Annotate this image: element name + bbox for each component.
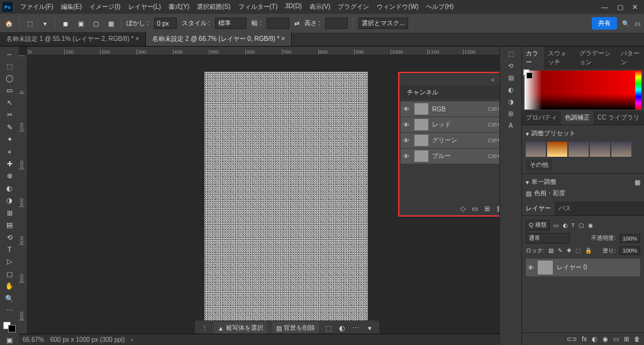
menu-plugins[interactable]: プラグイン: [334, 1, 373, 13]
remove-bg-button[interactable]: ▨ 背景を削除: [272, 322, 319, 334]
home-icon[interactable]: 🏠: [4, 18, 14, 28]
quickmask-icon[interactable]: ▣: [3, 335, 16, 344]
menu-file[interactable]: ファイル(F): [16, 1, 57, 13]
tab-cclibs[interactable]: CC ライブラリ: [594, 111, 643, 125]
eye-icon[interactable]: 👁: [403, 122, 411, 128]
panel-icon[interactable]: ⊞: [508, 110, 513, 117]
menu-3d[interactable]: 3D(D): [281, 1, 306, 13]
channel-green[interactable]: 👁グリーンCtrl+4: [401, 133, 499, 148]
layer-thumb[interactable]: [538, 261, 553, 274]
more-icon[interactable]: ⋯: [352, 324, 360, 332]
width-field[interactable]: [267, 18, 289, 29]
channel-red[interactable]: 👁レッドCtrl+3: [401, 117, 499, 132]
tool-lasso[interactable]: ◯: [3, 74, 16, 83]
panel-icon[interactable]: ◑: [508, 98, 514, 105]
tab-properties[interactable]: プロパティ: [522, 111, 561, 125]
eye-icon[interactable]: 👁: [403, 153, 411, 160]
blend-mode[interactable]: 通常: [526, 233, 570, 244]
layer-filter[interactable]: Q 種類: [526, 220, 550, 230]
adjust-presets-header[interactable]: ▾ 調整プリセット: [526, 128, 640, 139]
tool-eyedrop[interactable]: ✎: [3, 123, 16, 132]
filter-icon[interactable]: T: [572, 222, 575, 229]
document-canvas[interactable]: [204, 72, 368, 336]
tool-shape[interactable]: ▢: [3, 269, 16, 279]
channel-blue[interactable]: 👁ブルーCtrl+5: [401, 149, 499, 164]
tab-paths[interactable]: パス: [555, 201, 575, 215]
maximize-button[interactable]: ▢: [617, 3, 623, 11]
menu-type[interactable]: 書式(Y): [165, 1, 193, 13]
filter-icon[interactable]: ◉: [588, 222, 593, 229]
tab-doc2[interactable]: 名称未設定 2 @ 66.7% (レイヤー 0, RGB/8) * ×: [146, 32, 292, 46]
drag-icon[interactable]: ⋮: [200, 324, 209, 332]
mask-icon[interactable]: ◐: [592, 336, 597, 342]
add-icon[interactable]: ▦: [106, 18, 116, 28]
panel-icon[interactable]: ⟲: [508, 62, 513, 69]
swatch-icon[interactable]: ◼: [60, 18, 70, 28]
menu-edit[interactable]: 編集(E): [57, 1, 86, 13]
tool-dodge[interactable]: ▤: [3, 220, 16, 230]
tab-color[interactable]: カラー: [522, 47, 544, 69]
color-swatches[interactable]: [3, 322, 16, 332]
tool-select[interactable]: ▭: [3, 86, 16, 95]
tool-history[interactable]: ⊕: [3, 171, 16, 181]
select-mask-button[interactable]: 選択とマスク...: [358, 18, 408, 29]
adjust-icon[interactable]: ◉: [602, 336, 608, 342]
zoom-level[interactable]: 66.67%: [23, 336, 44, 343]
tool-zoom[interactable]: 🔍: [3, 293, 16, 303]
chevron-down-icon[interactable]: ▾: [40, 18, 50, 28]
menu-select[interactable]: 選択範囲(S): [193, 1, 234, 13]
panel-close-icon[interactable]: ✕: [498, 76, 499, 83]
menu-filter[interactable]: フィルター(T): [235, 1, 282, 13]
tab-doc1[interactable]: 名称未設定 1 @ 55.1% (レイヤー 2, RGB/8) * ×: [0, 32, 146, 46]
tool-brush[interactable]: ⌖: [3, 147, 16, 156]
hue-slider[interactable]: [635, 71, 641, 110]
layer-name[interactable]: レイヤー 0: [557, 263, 587, 272]
delete-channel-icon[interactable]: 🗑: [496, 205, 499, 213]
workspace-icon[interactable]: ▭: [635, 20, 640, 27]
tab-gradients[interactable]: グラデーション: [575, 47, 617, 69]
tool-wand[interactable]: ↖: [3, 98, 16, 108]
tool-hand[interactable]: ✋: [3, 281, 16, 291]
style-field[interactable]: 標準: [215, 18, 247, 29]
filter-icon[interactable]: ◐: [563, 222, 568, 229]
group-icon[interactable]: ▭: [613, 336, 619, 342]
new-channel-icon[interactable]: ⊞: [484, 205, 490, 213]
menu-image[interactable]: イメージ(I): [86, 1, 124, 13]
share-button[interactable]: 共有: [592, 17, 617, 30]
tool-pen[interactable]: ⟲: [3, 232, 16, 242]
canvas-area[interactable]: 0100200300400500600700800900100011001200…: [19, 47, 499, 345]
fill-field[interactable]: 100%: [619, 246, 640, 255]
channel-rgb[interactable]: 👁RGBCtrl+2: [401, 101, 499, 116]
tool-more[interactable]: ⋯: [3, 306, 16, 315]
trash-icon[interactable]: 🗑: [634, 336, 640, 342]
tool-stamp[interactable]: ✚: [3, 159, 16, 169]
tab-adjustments[interactable]: 色調補正: [561, 111, 594, 125]
single-adjust-header[interactable]: ▾ 単一調整▦: [526, 176, 640, 188]
close-button[interactable]: ✕: [632, 3, 638, 11]
save-selection-icon[interactable]: ▭: [472, 205, 478, 213]
tab-patterns[interactable]: パターン: [617, 47, 644, 69]
filter-icon[interactable]: ▢: [579, 222, 584, 229]
tool-gradient[interactable]: ◑: [3, 196, 16, 205]
subtract-icon[interactable]: ▢: [91, 18, 101, 28]
search-icon[interactable]: 🔍: [622, 20, 630, 27]
hue-sat-item[interactable]: ▨ 色相・彩度: [526, 188, 640, 199]
eye-icon[interactable]: 👁: [403, 137, 411, 144]
adjust-icon[interactable]: ◐: [338, 324, 347, 332]
tool-marquee[interactable]: ⬚: [3, 61, 16, 71]
load-selection-icon[interactable]: ◇: [460, 205, 465, 213]
tool-path[interactable]: ▷: [3, 257, 16, 266]
transform-icon[interactable]: ⬚: [324, 324, 333, 332]
panel-collapse-icon[interactable]: «: [491, 76, 494, 83]
lock-icon[interactable]: 🔒: [585, 247, 592, 254]
panel-icon[interactable]: ◐: [508, 86, 514, 93]
panel-icon[interactable]: ⬚: [508, 50, 514, 57]
panel-icon[interactable]: ▤: [508, 74, 514, 81]
tool-type[interactable]: T: [3, 245, 16, 254]
new-layer-icon[interactable]: ⊞: [624, 336, 629, 342]
marquee-icon[interactable]: ⬚: [25, 18, 35, 28]
tab-layers[interactable]: レイヤー: [522, 201, 555, 215]
lock-icon[interactable]: ✎: [558, 247, 563, 254]
link-icon[interactable]: ⊂⊃: [567, 336, 577, 342]
height-field[interactable]: [325, 18, 348, 29]
